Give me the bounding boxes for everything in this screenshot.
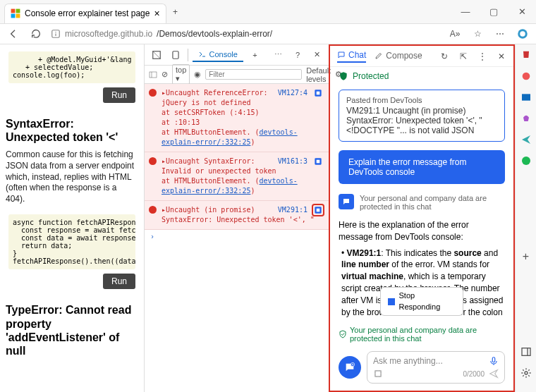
- read-aloud-button[interactable]: A»: [447, 26, 463, 42]
- new-tab-button[interactable]: +: [168, 4, 183, 20]
- window-titlebar: Console error explainer test page × + — …: [0, 0, 536, 24]
- address-bar: microsoftedge.github.io/Demos/devtools-e…: [0, 24, 536, 44]
- svg-rect-20: [522, 348, 530, 356]
- chat-tab[interactable]: Chat: [337, 50, 366, 63]
- compose-tab[interactable]: Compose: [374, 51, 422, 62]
- error-source-link[interactable]: VM161:3: [278, 157, 323, 166]
- paste-body: VM291:1 Uncaught (in promise) SyntaxErro…: [346, 106, 497, 135]
- log-levels-selector[interactable]: Default levels: [306, 66, 331, 83]
- devtools-more-icon[interactable]: ⋯: [271, 47, 286, 63]
- edge-sidebar: +: [515, 44, 536, 392]
- more-tabs-button[interactable]: +: [248, 47, 262, 63]
- stop-label: Stop Responding: [399, 290, 456, 312]
- console-error[interactable]: VM127:4 ▸Uncaught ReferenceError: jQuery…: [145, 84, 329, 152]
- console-tab[interactable]: Console: [193, 48, 243, 62]
- shield-icon: [339, 71, 348, 81]
- pasted-context-box: Pasted from DevTools VM291:1 Uncaught (i…: [339, 90, 505, 142]
- explain-error-icon[interactable]: [313, 88, 323, 98]
- copilot-more-icon[interactable]: ⋮: [477, 49, 487, 64]
- devtools-panel: Console + ⋯ ? ✕ ⊘ top ▾ ◉ Default levels…: [144, 44, 329, 392]
- copilot-pane: Chat Compose ↻ ⇱ ⋮ ✕ Protect: [329, 44, 515, 392]
- sidebar-outlook-icon[interactable]: [520, 91, 532, 104]
- inspect-icon[interactable]: [149, 47, 164, 63]
- code-snippet-top: + @Model.MyGuid+'&lang + selectedValue; …: [8, 51, 135, 83]
- window-close-button[interactable]: ✕: [508, 0, 536, 24]
- svg-point-22: [525, 372, 528, 374]
- sidebar-games-icon[interactable]: [520, 112, 532, 125]
- sidebar-toggle-icon[interactable]: [149, 67, 157, 82]
- explain-error-icon[interactable]: [313, 157, 323, 166]
- console-prompt[interactable]: ›: [145, 230, 329, 243]
- svg-rect-8: [173, 51, 178, 59]
- console-error[interactable]: VM161:3 ▸Uncaught SyntaxError: Invalid o…: [145, 152, 329, 201]
- sidebar-spotify-icon[interactable]: [520, 154, 532, 167]
- url-host: microsoftedge.github.io: [65, 29, 152, 39]
- svg-rect-16: [375, 371, 381, 376]
- stack-link[interactable]: devtools-explain-error/:332:25: [162, 128, 298, 146]
- chat-input[interactable]: Ask me anything... 0/2000: [367, 351, 505, 384]
- context-selector[interactable]: top ▾: [172, 64, 190, 85]
- filter-input[interactable]: [205, 69, 302, 80]
- devtools-close-icon[interactable]: ✕: [310, 47, 324, 63]
- svg-point-6: [520, 31, 525, 37]
- sidebar-settings-icon[interactable]: [520, 367, 532, 379]
- edge-favicon: [11, 8, 20, 18]
- protected-banner: Protected: [330, 67, 513, 85]
- svg-rect-9: [150, 72, 157, 78]
- copilot-answer: Here is the explanation of the error mes…: [339, 219, 505, 320]
- favorite-button[interactable]: ☆: [470, 26, 485, 42]
- char-count: 0/2000: [463, 370, 485, 378]
- error-source-link[interactable]: VM127:4: [278, 88, 323, 98]
- chat-tab-label: Chat: [348, 50, 366, 60]
- chat-icon: [337, 51, 346, 59]
- browser-tab[interactable]: Console error explainer test page ×: [4, 4, 166, 23]
- new-topic-icon: [344, 362, 355, 373]
- live-expr-icon[interactable]: ◉: [194, 67, 201, 82]
- new-topic-button[interactable]: [339, 356, 361, 379]
- sidebar-add-icon[interactable]: +: [520, 250, 532, 263]
- mic-icon[interactable]: [489, 356, 499, 366]
- stop-icon: [388, 298, 395, 305]
- site-info-icon[interactable]: [51, 29, 61, 39]
- window-minimize-button[interactable]: —: [451, 0, 480, 24]
- tab-close-icon[interactable]: ×: [154, 8, 159, 19]
- protected-label: Protected: [353, 71, 389, 81]
- svg-point-17: [522, 73, 530, 80]
- sidebar-layout-icon[interactable]: [520, 345, 532, 358]
- image-input-icon[interactable]: [373, 369, 383, 379]
- devtools-help-icon[interactable]: ?: [290, 47, 305, 63]
- privacy-footer: Your personal and company data are prote…: [330, 323, 513, 345]
- svg-rect-2: [11, 14, 16, 18]
- stop-responding-button[interactable]: Stop Responding: [380, 287, 463, 316]
- input-placeholder: Ask me anything...: [373, 356, 443, 366]
- back-button[interactable]: [6, 26, 21, 42]
- send-icon[interactable]: [489, 369, 499, 379]
- refresh-chat-icon[interactable]: ↻: [439, 49, 450, 64]
- open-external-icon[interactable]: ⇱: [458, 49, 469, 64]
- copilot-close-icon[interactable]: ✕: [496, 49, 506, 64]
- run-button[interactable]: Run: [103, 87, 135, 103]
- compose-icon: [374, 51, 383, 60]
- sidebar-shopping-icon[interactable]: [520, 49, 532, 61]
- syntax-error-heading: SyntaxError: Unexpected token '<': [6, 117, 138, 144]
- explain-error-icon[interactable]: [313, 205, 323, 215]
- copilot-toolbar-button[interactable]: [515, 26, 530, 42]
- settings-more-button[interactable]: ⋯: [492, 26, 508, 42]
- svg-rect-1: [16, 9, 20, 13]
- window-maximize-button[interactable]: ▢: [480, 0, 508, 24]
- clear-console-icon[interactable]: ⊘: [162, 67, 168, 82]
- device-icon[interactable]: [168, 47, 183, 63]
- console-error[interactable]: VM291:1 ▸Uncaught (in promise) SyntaxErr…: [145, 201, 329, 230]
- sidebar-send-icon[interactable]: [520, 133, 532, 146]
- url-field[interactable]: microsoftedge.github.io/Demos/devtools-e…: [51, 29, 440, 39]
- shield-check-icon: [339, 330, 347, 338]
- code-snippet-fetch: async function fetchAPIResponse( const r…: [8, 214, 135, 269]
- stack-link[interactable]: devtools-explain-error/:332:25: [162, 177, 298, 195]
- sidebar-tools-icon[interactable]: [520, 70, 532, 82]
- tab-title: Console error explainer test page: [25, 8, 150, 18]
- syntax-error-para: Common cause for this is fetching JSON d…: [6, 149, 138, 204]
- run-button[interactable]: Run: [103, 274, 135, 289]
- refresh-button[interactable]: [28, 26, 44, 42]
- error-source-link[interactable]: VM291:1: [278, 205, 323, 215]
- paste-header: Pasted from DevTools: [346, 96, 497, 104]
